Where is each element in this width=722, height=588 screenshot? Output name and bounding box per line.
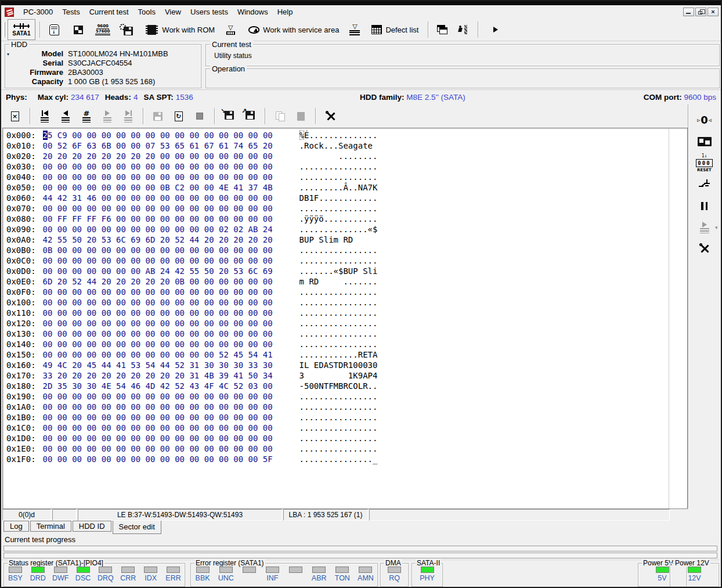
sata-port-button[interactable]: SATA1 (8, 19, 35, 40)
menu-windows[interactable]: Windows (233, 6, 273, 18)
menu-tests[interactable]: Tests (57, 6, 84, 18)
hex-row[interactable]: 0x040:00 00 00 00 00 00 00 00 00 00 00 0… (6, 172, 687, 182)
save-to-file-button[interactable]: ↗ (240, 106, 261, 126)
hex-row[interactable]: 0x1B0:00 00 00 00 00 00 00 00 00 00 00 0… (6, 412, 687, 423)
more-toolbar-button[interactable] (486, 20, 506, 39)
led-label: DWF (52, 574, 68, 582)
hex-row[interactable]: 0x120:00 00 00 00 00 00 00 00 00 00 00 0… (6, 318, 687, 329)
hex-row[interactable]: 0x020:20 20 20 20 20 20 20 20 00 00 00 0… (6, 151, 687, 161)
hex-row[interactable]: 0x0C0:00 00 00 00 00 00 00 00 00 00 00 0… (6, 255, 687, 266)
board-status-button[interactable] (692, 131, 717, 152)
hex-row[interactable]: 0x190:00 00 00 00 00 00 00 00 00 00 00 0… (6, 391, 687, 402)
hex-row[interactable]: 0x160:49 4C 20 45 44 41 53 54 44 52 31 3… (6, 360, 687, 370)
hex-row[interactable]: 0x150:00 00 00 00 00 00 00 00 00 00 00 0… (6, 349, 687, 360)
gear-disk-icon (119, 24, 133, 35)
registers-panel: Status register (SATA1)-[PIO4]BSYDRDDWFD… (1, 560, 721, 588)
hex-row[interactable]: 0x1E0:00 00 00 00 00 00 00 00 00 00 00 0… (6, 443, 687, 454)
hex-row[interactable]: 0x010:00 52 6F 63 6B 00 00 07 53 65 61 6… (6, 140, 687, 151)
hex-row[interactable]: 0x000:25 C9 00 00 00 00 00 00 00 00 00 0… (6, 130, 687, 140)
hdd-dropdown-icon[interactable]: ▾ (7, 52, 9, 57)
new-sector-button[interactable]: × (5, 106, 26, 126)
hex-row[interactable]: 0x1A0:00 00 00 00 00 00 00 00 00 00 00 0… (6, 402, 687, 412)
board-resources-button[interactable] (68, 20, 88, 39)
hex-row[interactable]: 0x090:00 00 00 00 00 00 00 00 00 00 00 0… (6, 224, 687, 235)
next-sector-button[interactable] (97, 106, 118, 126)
hex-row[interactable]: 0x050:00 00 00 00 00 00 00 00 0B C2 00 0… (6, 182, 687, 193)
pause-button[interactable] (692, 195, 717, 217)
recalibrate-button[interactable]: ▹0◃ (692, 109, 717, 131)
utility-status-text: Utility status (214, 52, 252, 60)
utility-settings-button[interactable] (116, 20, 136, 39)
run-dropdown-icon[interactable]: ▾ (715, 225, 718, 230)
copy-button[interactable] (269, 106, 290, 126)
work-with-rom-button[interactable]: Work with ROM (143, 20, 217, 39)
hex-row[interactable]: 0x1C0:00 00 00 00 00 00 00 00 00 00 00 0… (6, 423, 687, 433)
hex-row[interactable]: 0x030:00 00 00 00 00 00 00 00 00 00 00 0… (6, 161, 687, 172)
led-label: AMN (358, 574, 374, 582)
refresh-sector-button[interactable]: ↻ (168, 106, 189, 126)
menu-pc3000[interactable]: PC-3000 (19, 6, 57, 18)
hex-row[interactable]: 0x130:00 00 00 00 00 00 00 00 00 00 00 0… (6, 329, 687, 339)
tab-hdd-id[interactable]: HDD ID (73, 521, 111, 532)
save-sector-button[interactable] (147, 106, 168, 126)
hex-row[interactable]: 0x0A0:42 55 50 20 53 6C 69 6D 20 52 44 2… (6, 235, 687, 245)
close-icon: × (711, 9, 714, 15)
hex-row[interactable]: 0x1F0:00 00 00 00 00 00 00 00 00 00 00 0… (6, 454, 687, 464)
tab-sector-edit[interactable]: Sector edit (113, 521, 161, 534)
menu-current-test[interactable]: Current test (85, 6, 133, 18)
last-sector-button[interactable] (118, 106, 139, 126)
hex-row[interactable]: 0x1D0:00 00 00 00 00 00 00 00 00 00 00 0… (6, 433, 687, 443)
work-with-service-area-button[interactable]: Work with service area (246, 20, 341, 39)
hex-cursor[interactable]: 2 (43, 131, 48, 140)
restore-button[interactable] (695, 8, 706, 16)
hex-row[interactable]: 0x0D0:00 00 00 00 00 00 00 AB 24 42 55 5… (6, 266, 687, 276)
led-label: ERR (165, 574, 180, 582)
defect-list-button[interactable]: Defect list (369, 20, 421, 39)
port-settings-button[interactable] (692, 238, 717, 259)
close-button[interactable]: × (707, 8, 719, 16)
hex-row[interactable]: 0x180:2D 35 30 30 4E 54 46 4D 42 52 43 4… (6, 381, 687, 391)
paste-button[interactable] (290, 106, 311, 126)
current-test-group-title: Current test (210, 40, 253, 49)
hex-row[interactable]: 0x140:00 00 00 00 00 00 00 00 00 00 00 0… (6, 339, 687, 349)
hex-row[interactable]: 0x0B0:0B 00 00 00 00 00 00 00 00 00 00 0… (6, 245, 687, 255)
hex-editor-panel[interactable]: 0x000:25 C9 00 00 00 00 00 00 00 00 00 0… (2, 128, 688, 509)
hex-row[interactable]: 0x060:44 42 31 46 00 00 00 00 00 00 00 0… (6, 193, 687, 203)
menu-users-tests[interactable]: Users tests (186, 6, 233, 18)
toolbar-grip[interactable] (3, 22, 5, 37)
stop-button[interactable] (189, 106, 210, 126)
tab-log[interactable]: Log (3, 521, 29, 532)
translator-button[interactable]: ▽ (345, 20, 364, 39)
load-from-file-button[interactable]: ↘ (219, 106, 240, 126)
baud-rate-button[interactable]: 9600 57600 (93, 20, 113, 39)
hdd-info-grid: Model ST1000LM024 HN-M101MBB Serial S30C… (10, 49, 168, 86)
menu-view[interactable]: View (160, 6, 186, 18)
hex-row[interactable]: 0x070:00 00 00 00 00 00 00 00 00 00 00 0… (6, 203, 687, 214)
goto-sector-button[interactable]: # (76, 106, 97, 126)
head-map-button[interactable]: ▽ (221, 20, 240, 39)
run-test-button[interactable]: ▾ (692, 217, 717, 238)
led-indicator (289, 567, 302, 573)
editor-settings-button[interactable] (320, 106, 341, 126)
hex-row[interactable]: 0x0F0:00 00 00 00 00 00 00 00 00 00 00 0… (6, 287, 687, 297)
hex-row[interactable]: 0x0E0:6D 20 52 44 20 20 20 20 20 0B 00 0… (6, 276, 687, 287)
windows-button[interactable] (432, 20, 452, 39)
exit-button[interactable] (452, 20, 472, 39)
power-switch-button[interactable] (692, 174, 717, 195)
first-sector-button[interactable] (34, 106, 55, 126)
previous-sector-button[interactable] (55, 106, 76, 126)
menu-tools[interactable]: Tools (133, 6, 160, 18)
stop-icon (196, 113, 203, 120)
tab-terminal[interactable]: Terminal (30, 521, 71, 532)
hex-row[interactable]: 0x110:00 00 00 00 00 00 00 00 00 00 00 0… (6, 308, 687, 318)
operation-groupbox: Operation (205, 68, 720, 88)
hex-row[interactable]: 0x170:33 20 20 20 20 20 20 20 20 20 31 4… (6, 370, 687, 381)
hex-row[interactable]: 0x080:00 FF FF FF F6 00 00 00 00 00 00 0… (6, 214, 687, 224)
menu-help[interactable]: Help (273, 6, 298, 18)
drive-info-button[interactable] (44, 20, 64, 39)
minimize-button[interactable] (683, 8, 694, 16)
hdd-firmware-label: Firmware (10, 68, 63, 77)
reset-button[interactable]: 1↓ 000 RESET (692, 152, 717, 174)
hex-row[interactable]: 0x100:00 00 00 00 00 00 00 00 00 00 00 0… (6, 297, 687, 308)
led-indicator (421, 567, 434, 573)
